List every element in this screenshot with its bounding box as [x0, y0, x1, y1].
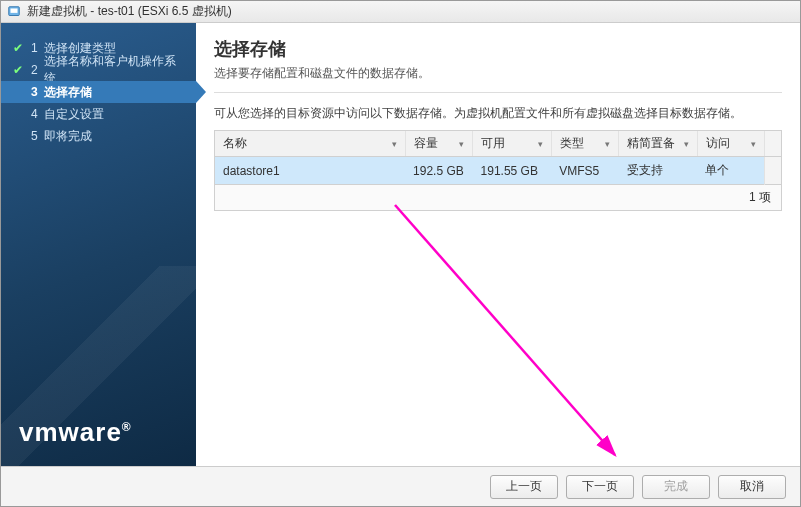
cell-name: datastore1 [215, 157, 405, 185]
col-access[interactable]: 访问▾ [697, 131, 764, 157]
cell-access: 单个 [697, 157, 764, 185]
step-num: 5 [31, 129, 38, 143]
step-name-os[interactable]: ✔ 2 选择名称和客户机操作系统 [1, 59, 196, 81]
cell-thin: 受支持 [619, 157, 697, 185]
wizard-main: 选择存储 选择要存储配置和磁盘文件的数据存储。 可从您选择的目标资源中访问以下数… [196, 23, 800, 466]
step-storage[interactable]: 3 选择存储 [1, 81, 196, 103]
scroll-stub [765, 131, 782, 157]
datastore-table: 名称▾ 容量▾ 可用▾ 类型▾ 精简置备▾ 访问▾ datastore1 19 [214, 130, 782, 211]
chevron-down-icon: ▾ [751, 139, 756, 149]
wizard-footer: 上一页 下一页 完成 取消 [1, 466, 800, 506]
titlebar: 新建虚拟机 - tes-t01 (ESXi 6.5 虚拟机) [1, 1, 800, 23]
annotation-arrow [390, 200, 630, 470]
cell-type: VMFS5 [551, 157, 619, 185]
check-icon [13, 86, 25, 98]
cell-capacity: 192.5 GB [405, 157, 472, 185]
col-capacity[interactable]: 容量▾ [405, 131, 472, 157]
step-customize: 4 自定义设置 [1, 103, 196, 125]
check-icon [13, 108, 25, 120]
col-type[interactable]: 类型▾ [551, 131, 619, 157]
back-button[interactable]: 上一页 [490, 475, 558, 499]
chevron-down-icon: ▾ [538, 139, 543, 149]
wizard-body: ✔ 1 选择创建类型 ✔ 2 选择名称和客户机操作系统 3 选择存储 4 [1, 23, 800, 466]
chevron-down-icon: ▾ [392, 139, 397, 149]
page-subtitle: 选择要存储配置和磁盘文件的数据存储。 [214, 65, 782, 82]
svg-line-2 [395, 205, 615, 455]
step-num: 3 [31, 85, 38, 99]
step-finish: 5 即将完成 [1, 125, 196, 147]
check-icon: ✔ [13, 64, 25, 76]
wizard-window: 新建虚拟机 - tes-t01 (ESXi 6.5 虚拟机) ✔ 1 选择创建类… [0, 0, 801, 507]
page-title: 选择存储 [214, 37, 782, 61]
vm-icon [7, 5, 21, 19]
steps-list: ✔ 1 选择创建类型 ✔ 2 选择名称和客户机操作系统 3 选择存储 4 [1, 23, 196, 147]
cancel-button[interactable]: 取消 [718, 475, 786, 499]
chevron-down-icon: ▾ [605, 139, 610, 149]
svg-rect-1 [11, 8, 18, 12]
check-icon: ✔ [13, 42, 25, 54]
finish-button: 完成 [642, 475, 710, 499]
vmware-logo: vmware® [1, 417, 196, 466]
step-label: 即将完成 [44, 128, 92, 145]
col-free[interactable]: 可用▾ [473, 131, 552, 157]
step-num: 4 [31, 107, 38, 121]
table-header-row: 名称▾ 容量▾ 可用▾ 类型▾ 精简置备▾ 访问▾ [215, 131, 781, 157]
col-name[interactable]: 名称▾ [215, 131, 405, 157]
wizard-sidebar: ✔ 1 选择创建类型 ✔ 2 选择名称和客户机操作系统 3 选择存储 4 [1, 23, 196, 466]
scrollbar[interactable] [765, 157, 782, 185]
table-row[interactable]: datastore1 192.5 GB 191.55 GB VMFS5 受支持 … [215, 157, 781, 185]
table-footer: 1 项 [215, 185, 781, 211]
step-label: 选择存储 [44, 84, 92, 101]
step-num: 2 [31, 63, 38, 77]
chevron-down-icon: ▾ [684, 139, 689, 149]
row-count: 1 项 [215, 185, 781, 211]
cell-free: 191.55 GB [473, 157, 552, 185]
step-label: 自定义设置 [44, 106, 104, 123]
step-num: 1 [31, 41, 38, 55]
next-button[interactable]: 下一页 [566, 475, 634, 499]
chevron-down-icon: ▾ [459, 139, 464, 149]
col-thin[interactable]: 精简置备▾ [619, 131, 697, 157]
window-title: 新建虚拟机 - tes-t01 (ESXi 6.5 虚拟机) [27, 3, 232, 20]
check-icon [13, 130, 25, 142]
instruction-text: 可从您选择的目标资源中访问以下数据存储。为虚拟机配置文件和所有虚拟磁盘选择目标数… [214, 105, 782, 122]
